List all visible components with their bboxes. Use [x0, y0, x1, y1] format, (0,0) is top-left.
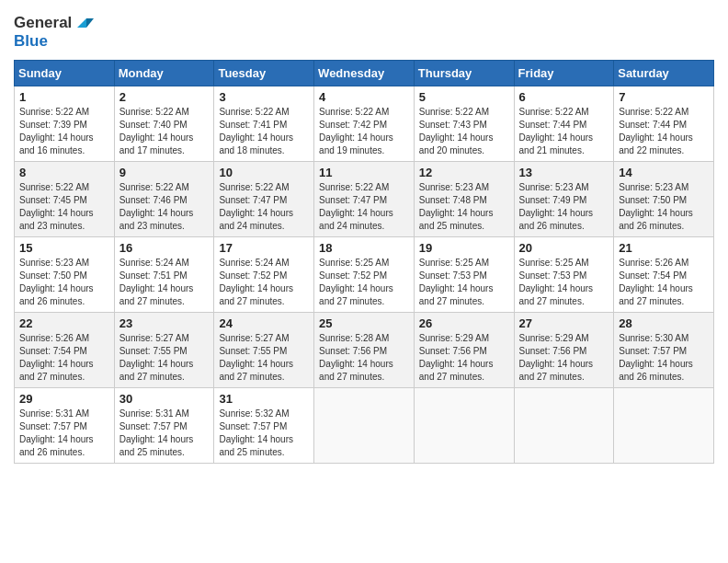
day-info: Sunrise: 5:22 AM Sunset: 7:47 PM Dayligh…	[319, 181, 409, 233]
day-number: 4	[319, 90, 409, 104]
day-number: 24	[219, 316, 309, 330]
table-row	[314, 388, 415, 464]
table-row: 6 Sunrise: 5:22 AM Sunset: 7:44 PM Dayli…	[514, 86, 614, 162]
day-number: 12	[419, 166, 509, 179]
day-number: 26	[419, 316, 509, 330]
day-info: Sunrise: 5:22 AM Sunset: 7:39 PM Dayligh…	[19, 106, 109, 157]
day-info: Sunrise: 5:23 AM Sunset: 7:50 PM Dayligh…	[619, 181, 709, 233]
table-row: 5 Sunrise: 5:22 AM Sunset: 7:43 PM Dayli…	[414, 86, 514, 162]
day-info: Sunrise: 5:28 AM Sunset: 7:56 PM Dayligh…	[319, 332, 409, 384]
day-info: Sunrise: 5:25 AM Sunset: 7:53 PM Dayligh…	[519, 257, 609, 308]
table-row: 31 Sunrise: 5:32 AM Sunset: 7:57 PM Dayl…	[214, 388, 314, 464]
logo: General Blue	[14, 14, 94, 51]
day-info: Sunrise: 5:32 AM Sunset: 7:57 PM Dayligh…	[219, 408, 309, 459]
day-number: 30	[119, 392, 210, 406]
day-info: Sunrise: 5:22 AM Sunset: 7:45 PM Dayligh…	[19, 181, 109, 233]
table-row: 23 Sunrise: 5:27 AM Sunset: 7:55 PM Dayl…	[114, 313, 214, 388]
table-row: 22 Sunrise: 5:26 AM Sunset: 7:54 PM Dayl…	[15, 313, 115, 388]
table-row: 15 Sunrise: 5:23 AM Sunset: 7:50 PM Dayl…	[15, 237, 115, 313]
day-info: Sunrise: 5:22 AM Sunset: 7:43 PM Dayligh…	[419, 106, 509, 157]
calendar-table: Sunday Monday Tuesday Wednesday Thursday…	[14, 60, 714, 464]
day-info: Sunrise: 5:22 AM Sunset: 7:44 PM Dayligh…	[619, 106, 709, 157]
col-wednesday: Wednesday	[314, 61, 415, 86]
table-row: 4 Sunrise: 5:22 AM Sunset: 7:42 PM Dayli…	[314, 86, 415, 162]
table-row	[514, 388, 614, 464]
day-number: 2	[119, 90, 210, 104]
day-info: Sunrise: 5:30 AM Sunset: 7:57 PM Dayligh…	[619, 332, 709, 384]
week-row-5: 29 Sunrise: 5:31 AM Sunset: 7:57 PM Dayl…	[15, 388, 714, 464]
table-row: 7 Sunrise: 5:22 AM Sunset: 7:44 PM Dayli…	[614, 86, 714, 162]
day-number: 19	[419, 241, 509, 255]
day-info: Sunrise: 5:31 AM Sunset: 7:57 PM Dayligh…	[19, 408, 109, 459]
table-row: 8 Sunrise: 5:22 AM Sunset: 7:45 PM Dayli…	[15, 162, 115, 237]
day-number: 28	[619, 316, 709, 330]
day-info: Sunrise: 5:29 AM Sunset: 7:56 PM Dayligh…	[419, 332, 509, 384]
day-info: Sunrise: 5:27 AM Sunset: 7:55 PM Dayligh…	[119, 332, 210, 384]
day-number: 31	[219, 392, 309, 406]
col-saturday: Saturday	[614, 61, 714, 86]
day-info: Sunrise: 5:22 AM Sunset: 7:42 PM Dayligh…	[319, 106, 409, 157]
day-number: 5	[419, 90, 509, 104]
week-row-2: 8 Sunrise: 5:22 AM Sunset: 7:45 PM Dayli…	[15, 162, 714, 237]
day-info: Sunrise: 5:22 AM Sunset: 7:40 PM Dayligh…	[119, 106, 210, 157]
week-row-4: 22 Sunrise: 5:26 AM Sunset: 7:54 PM Dayl…	[15, 313, 714, 388]
day-info: Sunrise: 5:22 AM Sunset: 7:47 PM Dayligh…	[219, 181, 309, 233]
table-row: 13 Sunrise: 5:23 AM Sunset: 7:49 PM Dayl…	[514, 162, 614, 237]
table-row: 27 Sunrise: 5:29 AM Sunset: 7:56 PM Dayl…	[514, 313, 614, 388]
table-row: 1 Sunrise: 5:22 AM Sunset: 7:39 PM Dayli…	[15, 86, 115, 162]
header-row: Sunday Monday Tuesday Wednesday Thursday…	[15, 61, 714, 86]
day-number: 21	[619, 241, 709, 255]
day-info: Sunrise: 5:22 AM Sunset: 7:44 PM Dayligh…	[519, 106, 609, 157]
day-number: 1	[19, 90, 109, 104]
day-info: Sunrise: 5:24 AM Sunset: 7:52 PM Dayligh…	[219, 257, 309, 308]
page-header: General Blue	[14, 14, 714, 51]
svg-marker-0	[77, 18, 86, 28]
day-number: 15	[19, 241, 109, 255]
day-info: Sunrise: 5:22 AM Sunset: 7:46 PM Dayligh…	[119, 181, 210, 233]
day-number: 3	[219, 90, 309, 104]
day-number: 9	[119, 166, 210, 179]
table-row	[614, 388, 714, 464]
day-number: 10	[219, 166, 309, 179]
day-info: Sunrise: 5:27 AM Sunset: 7:55 PM Dayligh…	[219, 332, 309, 384]
table-row: 18 Sunrise: 5:25 AM Sunset: 7:52 PM Dayl…	[314, 237, 415, 313]
week-row-3: 15 Sunrise: 5:23 AM Sunset: 7:50 PM Dayl…	[15, 237, 714, 313]
day-number: 22	[19, 316, 109, 330]
table-row: 9 Sunrise: 5:22 AM Sunset: 7:46 PM Dayli…	[114, 162, 214, 237]
table-row: 21 Sunrise: 5:26 AM Sunset: 7:54 PM Dayl…	[614, 237, 714, 313]
week-row-1: 1 Sunrise: 5:22 AM Sunset: 7:39 PM Dayli…	[15, 86, 714, 162]
day-number: 29	[19, 392, 109, 406]
table-row: 11 Sunrise: 5:22 AM Sunset: 7:47 PM Dayl…	[314, 162, 415, 237]
day-number: 8	[19, 166, 109, 179]
table-row: 30 Sunrise: 5:31 AM Sunset: 7:57 PM Dayl…	[114, 388, 214, 464]
table-row	[414, 388, 514, 464]
day-info: Sunrise: 5:24 AM Sunset: 7:51 PM Dayligh…	[119, 257, 210, 308]
svg-marker-1	[86, 18, 94, 28]
day-info: Sunrise: 5:23 AM Sunset: 7:50 PM Dayligh…	[19, 257, 109, 308]
table-row: 25 Sunrise: 5:28 AM Sunset: 7:56 PM Dayl…	[314, 313, 415, 388]
day-info: Sunrise: 5:26 AM Sunset: 7:54 PM Dayligh…	[19, 332, 109, 384]
day-info: Sunrise: 5:25 AM Sunset: 7:53 PM Dayligh…	[419, 257, 509, 308]
day-info: Sunrise: 5:25 AM Sunset: 7:52 PM Dayligh…	[319, 257, 409, 308]
day-number: 27	[519, 316, 609, 330]
table-row: 28 Sunrise: 5:30 AM Sunset: 7:57 PM Dayl…	[614, 313, 714, 388]
table-row: 3 Sunrise: 5:22 AM Sunset: 7:41 PM Dayli…	[214, 86, 314, 162]
col-sunday: Sunday	[15, 61, 115, 86]
col-friday: Friday	[514, 61, 614, 86]
day-info: Sunrise: 5:22 AM Sunset: 7:41 PM Dayligh…	[219, 106, 309, 157]
logo-general: General	[14, 14, 72, 32]
day-number: 16	[119, 241, 210, 255]
col-thursday: Thursday	[414, 61, 514, 86]
day-number: 6	[519, 90, 609, 104]
day-number: 17	[219, 241, 309, 255]
logo-blue: Blue	[14, 32, 48, 51]
table-row: 29 Sunrise: 5:31 AM Sunset: 7:57 PM Dayl…	[15, 388, 115, 464]
day-number: 23	[119, 316, 210, 330]
day-info: Sunrise: 5:31 AM Sunset: 7:57 PM Dayligh…	[119, 408, 210, 459]
day-number: 13	[519, 166, 609, 179]
day-number: 14	[619, 166, 709, 179]
table-row: 16 Sunrise: 5:24 AM Sunset: 7:51 PM Dayl…	[114, 237, 214, 313]
day-number: 7	[619, 90, 709, 104]
day-number: 18	[319, 241, 409, 255]
table-row: 12 Sunrise: 5:23 AM Sunset: 7:48 PM Dayl…	[414, 162, 514, 237]
